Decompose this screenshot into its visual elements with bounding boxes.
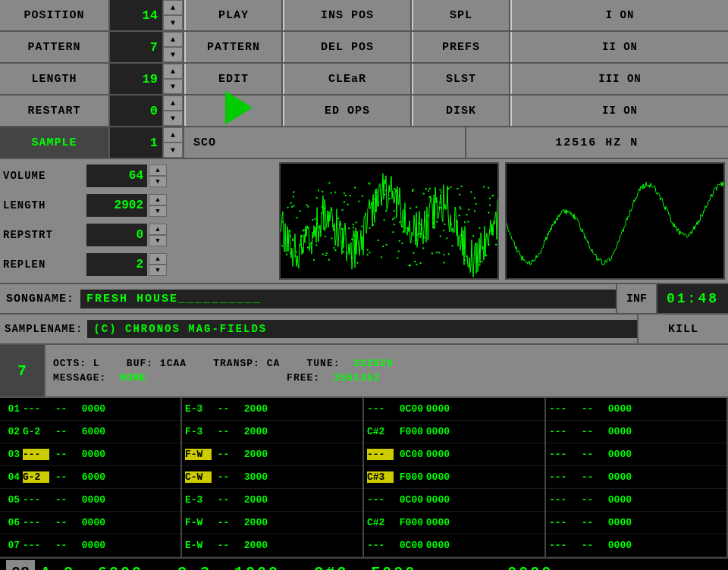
pattern-row[interactable]: --- -- 0000	[546, 512, 726, 534]
wave-length-spinner[interactable]: ▲ ▼	[149, 194, 167, 217]
position-up[interactable]: ▲	[163, 0, 183, 15]
pattern-row[interactable]: 01 --- -- 0000	[0, 398, 180, 421]
inf-display: INF	[616, 284, 657, 313]
volume-spinner[interactable]: ▲ ▼	[149, 164, 167, 187]
pattern-row[interactable]: 04 G-2 -- 6000	[0, 466, 180, 489]
on1-button[interactable]: I ON	[510, 0, 728, 30]
pattern-row[interactable]: C#3 F000 0000	[364, 466, 544, 489]
disk-button[interactable]: DISK	[412, 96, 510, 126]
row-vol: 0000	[420, 494, 450, 506]
pattern-row[interactable]: C#2 F000 0000	[364, 421, 544, 443]
row-note: G-2	[23, 471, 49, 483]
pattern-row[interactable]: --- -- 0000	[546, 534, 726, 557]
repstrt-spinner[interactable]: ▲ ▼	[149, 224, 167, 246]
volume-up[interactable]: ▲	[149, 164, 167, 176]
position-down[interactable]: ▼	[163, 15, 183, 30]
pattern-row[interactable]: --- 0C00 0000	[364, 489, 544, 512]
row-number: 06	[3, 517, 20, 528]
pattern-row[interactable]: F-W -- 2000	[182, 512, 362, 534]
wave-length-label: LENGTH	[3, 199, 86, 211]
pattern-row[interactable]: E-3 -- 2000	[182, 489, 362, 512]
position-spinner[interactable]: ▲ ▼	[163, 0, 184, 30]
wave-length-down[interactable]: ▼	[149, 205, 167, 217]
sample-down[interactable]: ▼	[163, 142, 183, 158]
pattern-row[interactable]: --- 0C00 0000	[364, 398, 544, 421]
pattern-row[interactable]: --- -- 0000	[546, 398, 726, 421]
pattern-down[interactable]: ▼	[163, 47, 183, 62]
waveform-controls: VOLUME 64 ▲ ▼ LENGTH 2902 ▲ ▼ REPSTRT 0	[3, 162, 276, 280]
pattern-up[interactable]: ▲	[163, 32, 183, 47]
row-note: F-W	[185, 449, 212, 460]
arrow-cursor-icon	[225, 91, 253, 124]
row-note: ---	[367, 540, 394, 551]
wave-length-value: 2902	[86, 194, 147, 217]
del-pos-button[interactable]: DEL POS	[283, 32, 412, 62]
row-vol: 0000	[602, 403, 632, 415]
pattern-row[interactable]: E-W -- 2000	[182, 534, 362, 557]
stop-button[interactable]: ST	[184, 96, 283, 126]
pattern-row[interactable]: --- 0C00 0000	[364, 534, 544, 557]
row-code: 0C00	[394, 403, 420, 415]
prefs-button[interactable]: PREFS	[412, 32, 510, 62]
volume-down[interactable]: ▼	[149, 176, 167, 187]
repstrt-up[interactable]: ▲	[149, 224, 167, 235]
length-down[interactable]: ▼	[163, 79, 183, 94]
play-button[interactable]: PLAY	[184, 0, 283, 30]
on2-button[interactable]: II ON	[510, 32, 728, 62]
row-note: E-W	[185, 540, 212, 551]
pattern-spinner[interactable]: ▲ ▼	[163, 32, 184, 62]
pattern-row[interactable]: F-3 -- 2000	[182, 421, 362, 443]
row-vol: 0000	[76, 540, 106, 551]
pattern-row[interactable]: --- -- 0000	[546, 421, 726, 443]
pattern-row[interactable]: 02 G-2 -- 6000	[0, 421, 180, 443]
sample-spinner[interactable]: ▲ ▼	[163, 127, 184, 158]
spl-button[interactable]: SPL	[412, 0, 510, 30]
pattern-row[interactable]: --- -- 0000	[546, 466, 726, 489]
current-row: 08 A-2 6000 C-3 1000 C#2 F000 --- 0000	[0, 557, 728, 570]
length-spinner[interactable]: ▲ ▼	[163, 64, 184, 94]
current-row-num: 08	[6, 560, 35, 570]
row-note: C#2	[367, 517, 394, 528]
repstrt-down[interactable]: ▼	[149, 235, 167, 246]
pattern-row[interactable]: 06 --- -- 0000	[0, 512, 180, 534]
pattern-button[interactable]: PATTERN	[184, 32, 283, 62]
song-name-value[interactable]: FRESH HOUSE__________	[80, 290, 616, 308]
clear-button[interactable]: CLEaR	[283, 64, 412, 94]
wave-length-up[interactable]: ▲	[149, 194, 167, 205]
pattern-row[interactable]: --- -- 0000	[546, 489, 726, 512]
pattern-row[interactable]: --- 0C00 0000	[364, 443, 544, 466]
sample-up[interactable]: ▲	[163, 127, 183, 142]
message-label: MESSAGE:	[53, 372, 106, 384]
samplename-label: SAMPLENAME:	[0, 323, 87, 335]
restart-down[interactable]: ▼	[163, 111, 183, 126]
pattern-row[interactable]: E-3 -- 2000	[182, 398, 362, 421]
row-code: F000	[394, 471, 420, 483]
replen-spinner[interactable]: ▲ ▼	[149, 253, 167, 276]
slst-button[interactable]: SLST	[412, 64, 510, 94]
pattern-row[interactable]: 03 --- -- 0000	[0, 443, 180, 466]
pattern-row[interactable]: 07 --- -- 0000	[0, 534, 180, 557]
ed-ops-button[interactable]: ED OPS	[283, 96, 412, 126]
pattern-row[interactable]: F-W -- 2000	[182, 443, 362, 466]
on3-button[interactable]: III ON	[510, 64, 728, 94]
pattern-column: --- 0C00 0000 C#2 F000 0000 --- 0C00 000…	[364, 398, 546, 557]
kill-button[interactable]: KILL	[637, 315, 728, 343]
replen-up[interactable]: ▲	[149, 253, 167, 265]
pattern-row[interactable]: C-W -- 3000	[182, 466, 362, 489]
repstrt-value: 0	[86, 224, 147, 246]
row-code: F000	[394, 426, 420, 437]
pattern-row[interactable]: --- -- 0000	[546, 443, 726, 466]
on4-button[interactable]: II ON	[510, 96, 728, 126]
edit-button[interactable]: EDIT	[184, 64, 283, 94]
cur-vol1: 6000	[98, 564, 143, 571]
pattern-row[interactable]: C#2 F000 0000	[364, 512, 544, 534]
pattern-row[interactable]: 05 --- -- 0000	[0, 489, 180, 512]
replen-down[interactable]: ▼	[149, 265, 167, 276]
length-up[interactable]: ▲	[163, 64, 183, 79]
restart-spinner[interactable]: ▲ ▼	[163, 96, 184, 126]
restart-up[interactable]: ▲	[163, 96, 183, 111]
repstrt-label: REPSTRT	[3, 229, 86, 241]
row-note: C#2	[367, 426, 394, 437]
ins-pos-button[interactable]: INS POS	[283, 0, 412, 30]
cur-dash: ---	[450, 564, 485, 571]
